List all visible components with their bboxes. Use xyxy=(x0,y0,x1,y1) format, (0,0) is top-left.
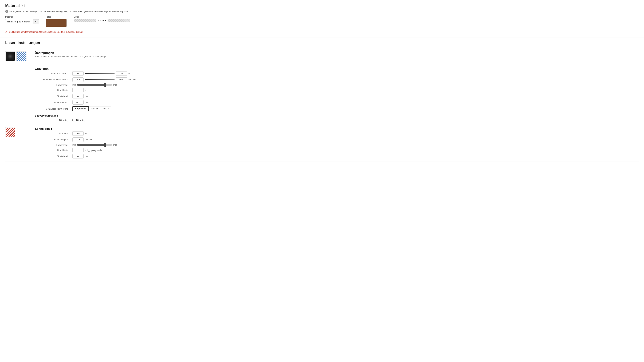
schneiden-intensitaet-input[interactable] xyxy=(72,131,84,136)
schneiden-durchlaeufe-input[interactable] xyxy=(72,148,84,152)
material-separator xyxy=(0,37,644,38)
dither-row: Dithering Dithering xyxy=(35,119,639,121)
geschwindigkeit-max-input[interactable] xyxy=(116,77,127,82)
opt-schnell-btn[interactable]: Schnell xyxy=(89,106,101,111)
bildvorverarbeitung-section: Bildvorverarbeitung Dithering Dithering xyxy=(35,113,639,121)
durchlaeufe-control: × xyxy=(72,88,136,92)
geschwindigkeit-slider[interactable] xyxy=(85,79,114,80)
gravieren-settings: Intensitätsbereich % Geschwindigkeitsber… xyxy=(35,71,130,111)
schneiden-kompressor-label: Kompressor xyxy=(35,144,70,146)
intensitaet-max-input[interactable] xyxy=(116,71,127,76)
kompressor-control: min max xyxy=(72,83,136,86)
schneiden-kompressor-max: max xyxy=(113,144,117,146)
schneiden-icons xyxy=(5,127,31,137)
progressiv-label: progressiv xyxy=(92,149,102,151)
schneiden-title: Schneiden 1 xyxy=(35,127,639,131)
info-text: Die folgenden Voreinstellungen sind nur … xyxy=(9,10,130,13)
gravieren-row: Gravieren Intensitätsbereich % Geschwind… xyxy=(5,64,639,124)
progressiv-checkbox[interactable] xyxy=(88,149,90,151)
schneiden-intensitaet-unit: % xyxy=(85,132,87,135)
farbe-field-group: Farbe xyxy=(46,16,67,27)
dithering-checkbox-label: Dithering xyxy=(76,119,85,121)
ueberspringen-row: Überspringen Ziehe Schneide- oder Gravie… xyxy=(5,48,639,64)
opt-empfohlen-btn[interactable]: Empfohlen xyxy=(72,106,89,111)
dicke-label: Dicke xyxy=(74,16,130,18)
schneiden-durchlaeufe-label: Durchläufe xyxy=(35,149,70,151)
save-badge: S xyxy=(21,4,24,7)
optimierung-label: Gravurzeitoptimierung xyxy=(35,107,70,110)
material-dropdown-btn[interactable]: ▼ xyxy=(33,19,39,24)
opt-basic-btn[interactable]: Basic xyxy=(101,106,111,111)
ueberspringen-subtitle: Ziehe Schneide- oder Graviersymbole auf … xyxy=(35,55,639,58)
intensitaet-unit: % xyxy=(128,72,130,75)
material-field-group: Material ▼ xyxy=(5,16,39,24)
warning-text: Die Nutzung benutzerdefinierten Material… xyxy=(8,31,83,33)
einstichzeit-label: Einstichzeit xyxy=(35,95,70,98)
linienabstand-label: Linienabstand xyxy=(35,101,70,104)
kompressor-fill xyxy=(77,84,105,86)
intensitaet-slider[interactable] xyxy=(85,73,114,74)
schneiden-einstichzeit-input[interactable] xyxy=(72,154,84,158)
kompressor-min-label: min xyxy=(72,84,76,86)
dithering-label: Dithering xyxy=(35,119,70,121)
linienabstand-unit: mm xyxy=(85,101,88,104)
durchlaeufe-label: Durchläufe xyxy=(35,89,70,91)
optimierung-control: Empfohlen Schnell Basic xyxy=(72,106,136,111)
schneiden-kompressor-min: min xyxy=(72,144,76,146)
laser-section: Lasereinstellungen Überspringen Ziehe Sc… xyxy=(5,40,639,161)
schneiden-kompressor-wrapper[interactable] xyxy=(77,143,112,146)
geschwindigkeit-unit: mm/min xyxy=(128,78,136,81)
schneiden-content: Schneiden 1 Intensität % Geschwindigkeit… xyxy=(31,127,639,158)
dithering-checkbox[interactable] xyxy=(72,119,75,121)
schneiden-geschwindigkeit-input[interactable] xyxy=(72,137,84,142)
material-fields: Material ▼ Farbe Dicke 1.5 mm xyxy=(5,16,639,27)
schneiden-geschwindigkeit-unit: mm/min xyxy=(85,138,92,141)
warning-row: ⚠ Die Nutzung benutzerdefinierten Materi… xyxy=(5,29,639,35)
farbe-label: Farbe xyxy=(46,16,67,18)
kompressor-slider-wrapper[interactable] xyxy=(77,83,112,86)
bild-title: Bildvorverarbeitung xyxy=(35,114,639,117)
linienabstand-control: mm xyxy=(72,100,136,104)
schneiden-settings: Intensität % Geschwindigkeit mm/min Komp… xyxy=(35,131,130,158)
schneiden-durchlaeufe-control: × progressiv xyxy=(72,148,130,152)
thickness-value: 1.5 mm xyxy=(98,19,106,22)
ueberspringen-thumb-2 xyxy=(16,51,26,61)
thickness-slider-right[interactable] xyxy=(108,19,130,22)
schneiden-kompressor-bg xyxy=(77,144,112,146)
intensitaet-control: % xyxy=(72,71,136,76)
schneiden-einstichzeit-control: ms xyxy=(72,154,130,158)
thickness-slider[interactable] xyxy=(74,19,96,22)
ueberspringen-title: Überspringen xyxy=(35,51,639,55)
intensitaet-min-input[interactable] xyxy=(72,71,84,76)
durchlaeufe-input[interactable] xyxy=(72,88,84,92)
kompressor-thumb[interactable] xyxy=(104,83,106,87)
cut-icon xyxy=(6,128,14,137)
gravieren-title: Gravieren xyxy=(35,67,639,71)
dicke-field-group: Dicke 1.5 mm xyxy=(74,16,130,22)
kompressor-label: Kompressor xyxy=(35,84,70,86)
schneiden-kompressor-thumb[interactable] xyxy=(104,143,106,147)
dither-control: Dithering xyxy=(72,119,639,121)
einstichzeit-control: ms xyxy=(72,94,136,98)
material-section: Material S i Die folgenden Voreinstellun… xyxy=(5,3,639,35)
kompressor-max-label: max xyxy=(113,84,117,86)
einstichzeit-input[interactable] xyxy=(72,94,84,98)
schneiden-intensitaet-control: % xyxy=(72,131,130,136)
linienabstand-input[interactable] xyxy=(72,100,84,104)
thickness-row: 1.5 mm xyxy=(74,19,130,22)
schneiden-einstichzeit-unit: ms xyxy=(85,155,88,158)
gravieren-content: Gravieren Intensitätsbereich % Geschwind… xyxy=(31,67,639,121)
kompressor-bg xyxy=(77,84,112,86)
material-input[interactable] xyxy=(5,19,33,24)
geschwindigkeit-control: mm/min xyxy=(72,77,136,82)
schneiden-kompressor-fill xyxy=(77,144,105,146)
schneiden-kompressor-control: min max xyxy=(72,143,130,146)
material-header: Material S xyxy=(5,3,639,8)
schneiden-einstichzeit-label: Einstichzeit xyxy=(35,155,70,158)
ueberspringen-content: Überspringen Ziehe Schneide- oder Gravie… xyxy=(31,51,639,61)
geschwindigkeit-label: Geschwindigkeitsbereich xyxy=(35,78,70,81)
schneiden-thumb xyxy=(5,127,15,137)
geschwindigkeit-min-input[interactable] xyxy=(72,77,84,82)
opt-btn-group: Empfohlen Schnell Basic xyxy=(72,106,111,111)
ueberspringen-icons xyxy=(5,51,31,61)
